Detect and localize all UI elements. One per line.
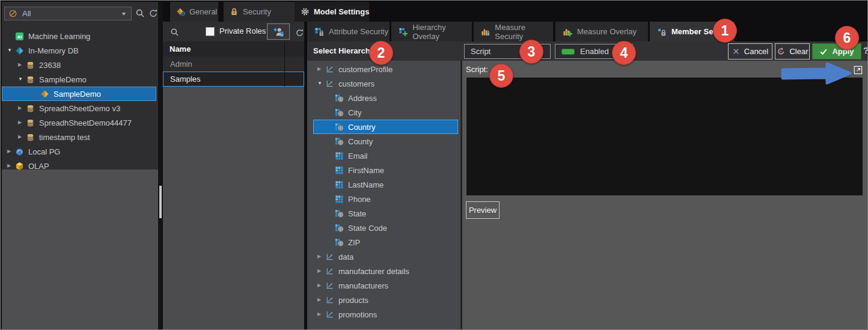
connection-filter-dropdown[interactable]: All	[4, 7, 132, 20]
model-tab-security[interactable]: Security	[224, 2, 295, 22]
database-icon	[26, 61, 35, 70]
expander-arrow[interactable]	[317, 81, 325, 86]
hierarchy-tree-item-email[interactable]: Email	[313, 148, 458, 163]
security-tab-hierarchy-overlay[interactable]: Hierarchy Overlay	[391, 22, 472, 41]
hierarchy-tree-item-manufacturer-details[interactable]: manufacturer details	[313, 264, 458, 278]
tree-item-label: Email	[348, 151, 368, 160]
connections-panel-empty-area	[2, 170, 158, 329]
database-icon	[26, 118, 35, 127]
check-icon	[819, 47, 828, 56]
annotation-badge-1: 1	[713, 19, 737, 43]
hierarchy-tree-item-lastname[interactable]: LastName	[313, 177, 458, 192]
hierarchy-tree-item-customers[interactable]: customers	[313, 76, 458, 91]
expander-arrow[interactable]	[317, 312, 325, 317]
roles-panel: Private Roles Name Admin Samples	[163, 22, 304, 329]
roles-list: Admin Samples	[163, 57, 304, 87]
hierarchy-tree-item-phone[interactable]: Phone	[313, 192, 458, 206]
connection-tree-item-in-memory-db[interactable]: In-Memory DB	[2, 43, 156, 58]
search-icon[interactable]	[135, 8, 145, 19]
vertical-scrollbar[interactable]	[158, 2, 163, 329]
add-role-button[interactable]	[267, 23, 290, 40]
preview-button[interactable]: Preview	[466, 201, 500, 219]
security-tab-attribute-security[interactable]: Attribute Security	[307, 22, 390, 41]
expander-arrow[interactable]	[317, 298, 325, 302]
refresh-icon[interactable]	[148, 8, 159, 19]
reset-icon	[776, 47, 785, 56]
script-editor-panel: Script: Preview	[462, 61, 867, 329]
hierover-icon	[399, 27, 408, 37]
expander-arrow[interactable]	[7, 163, 15, 168]
connection-tree-item-spreadhsheetdemo44477[interactable]: SpreadhSheetDemo44477	[2, 115, 156, 130]
connection-tree-item-sampledemo[interactable]: SampleDemo	[2, 87, 156, 101]
expander-arrow[interactable]	[7, 149, 15, 154]
expander-arrow[interactable]	[7, 48, 15, 53]
connection-tree-item-local-pg[interactable]: Local PG	[2, 144, 156, 159]
connection-tree-item-timestamp-test[interactable]: timestamp test	[2, 130, 156, 144]
tree-item-label: manufacturer details	[338, 267, 409, 276]
security-tab-measure-security[interactable]: Measure Security	[474, 22, 553, 41]
tree-item-label: SpreadhSheetDemo44477	[39, 118, 132, 127]
tree-item-label: data	[338, 252, 353, 261]
private-roles-checkbox[interactable]	[206, 27, 215, 36]
model-tab-model-settings[interactable]: Model Settings	[295, 2, 369, 22]
hierarchy-tree-item-data[interactable]: data	[313, 249, 458, 264]
expander-arrow[interactable]	[317, 67, 325, 72]
hierarchy-tree-item-address[interactable]: Address	[313, 91, 458, 105]
connections-panel: All Machine Learning In-Memory DB 23638	[2, 2, 158, 329]
hierarchy-tree-item-state[interactable]: State	[313, 206, 458, 221]
hierarchy-tree-item-country[interactable]: Country	[313, 120, 458, 134]
hierarchy-tree-item-zip[interactable]: ZIP	[313, 235, 458, 249]
connection-tree-item-spreadhsheetdemo-v3[interactable]: SpreadhSheetDemo v3	[2, 101, 156, 115]
expander-arrow[interactable]	[317, 254, 325, 259]
expander-arrow[interactable]	[18, 120, 26, 125]
attr-geo-icon	[335, 209, 344, 218]
hierarchy-tree-item-state-code[interactable]: State Code	[313, 221, 458, 235]
postgres-icon	[15, 147, 24, 156]
dimension-icon	[325, 296, 334, 305]
search-icon[interactable]	[169, 26, 180, 37]
clear-button[interactable]: Clear	[775, 43, 810, 60]
expander-arrow[interactable]	[18, 77, 26, 82]
cancel-button[interactable]: Cancel	[728, 43, 772, 60]
security-tab-measure-overlay[interactable]: Measure Overlay	[555, 22, 648, 41]
memory-db-icon	[15, 46, 24, 55]
expander-arrow[interactable]	[317, 283, 325, 288]
model-tab-general[interactable]: General	[170, 2, 218, 22]
dimension-icon	[325, 281, 334, 290]
hierarchy-tree-item-city[interactable]: City	[313, 105, 458, 120]
connection-tree-item-sampledemo[interactable]: SampleDemo	[2, 72, 156, 87]
expander-arrow[interactable]	[317, 269, 325, 273]
hierarchy-tree-item-firstname[interactable]: FirstName	[313, 163, 458, 177]
tree-item-label: ZIP	[348, 238, 360, 247]
tab-label: Hierarchy Overlay	[412, 23, 472, 41]
roles-column-header[interactable]: Name	[163, 41, 304, 57]
expander-arrow[interactable]	[18, 135, 26, 139]
connection-tree-item-machine-learning[interactable]: Machine Learning	[2, 29, 156, 43]
attr-icon	[335, 151, 344, 160]
refresh-icon[interactable]	[294, 27, 305, 38]
scrollbar-thumb[interactable]	[159, 186, 162, 218]
hierarchy-tree-item-manufacturers[interactable]: manufacturers	[313, 278, 458, 293]
annotation-badge-6: 6	[835, 26, 859, 50]
ai-icon	[15, 32, 24, 41]
hierarchy-tree-item-products[interactable]: products	[313, 293, 458, 307]
tree-item-label: Phone	[348, 195, 371, 204]
expander-arrow[interactable]	[18, 106, 26, 111]
tree-item-label: timestamp test	[39, 133, 90, 142]
private-roles-label: Private Roles	[219, 26, 266, 35]
chevron-down-icon	[120, 10, 127, 17]
help-button[interactable]: ?	[863, 45, 868, 55]
connection-tree-item-olap[interactable]: OLAP	[2, 159, 156, 173]
tree-item-label: In-Memory DB	[28, 46, 79, 55]
hierarchy-tree-item-customerprofile[interactable]: customerProfile	[313, 62, 458, 76]
hierarchy-tree-item-county[interactable]: County	[313, 134, 458, 148]
connection-tree-item-23638[interactable]: 23638	[2, 58, 156, 72]
role-row-samples[interactable]: Samples	[163, 72, 304, 87]
expander-arrow[interactable]	[18, 63, 26, 67]
tree-item-label: OLAP	[28, 162, 49, 171]
script-editor[interactable]	[466, 78, 863, 195]
role-name: Samples	[170, 75, 201, 84]
role-row-admin[interactable]: Admin	[163, 57, 304, 72]
hierarchy-tree-item-promotions[interactable]: promotions	[313, 307, 458, 322]
expand-editor-button[interactable]	[852, 64, 864, 76]
